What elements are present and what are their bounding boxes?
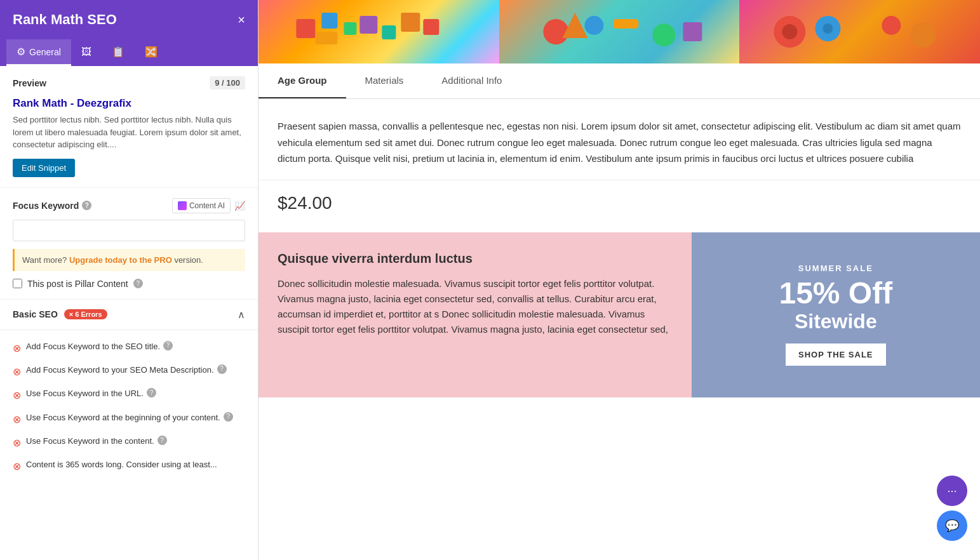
seo-error-item: ⊗ Use Focus Keyword at the beginning of … xyxy=(13,408,245,431)
error-text-2: Add Focus Keyword to your SEO Meta Descr… xyxy=(26,364,245,376)
svg-point-15 xyxy=(782,24,798,39)
menu-dots-icon: ··· xyxy=(947,484,957,498)
error-help-icon-5[interactable]: ? xyxy=(158,436,167,445)
svg-point-9 xyxy=(584,16,603,35)
seo-error-item: ⊗ Add Focus Keyword to the SEO title. ? xyxy=(13,337,245,360)
panel-tabs: ⚙ General 🖼 📋 🔀 xyxy=(0,39,258,66)
chart-icon[interactable]: 📈 xyxy=(234,201,245,211)
shop-sale-button[interactable]: SHOP THE SALE xyxy=(786,343,886,366)
svg-rect-1 xyxy=(321,13,337,29)
gear-icon: ⚙ xyxy=(17,46,25,58)
tab-age-group[interactable]: Age Group xyxy=(258,63,346,98)
svg-point-8 xyxy=(543,19,568,44)
close-button[interactable]: × xyxy=(238,13,245,26)
svg-rect-10 xyxy=(613,19,638,29)
focus-keyword-section: Focus Keyword ? Content AI 📈 Want more? xyxy=(0,188,258,300)
main-content: Age Group Materials Additional Info Prae… xyxy=(258,0,980,560)
panel-title: Rank Math SEO xyxy=(13,11,117,28)
preview-label: Preview xyxy=(13,78,46,88)
pillar-content-row: This post is Pillar Content ? xyxy=(13,279,245,289)
tab-schema[interactable]: 📋 xyxy=(102,39,135,66)
tab-general-label: General xyxy=(29,47,61,57)
tab-advanced[interactable]: 🔀 xyxy=(135,39,168,66)
error-text-5: Use Focus Keyword in the content. ? xyxy=(26,436,245,447)
seo-error-item: ⊗ Use Focus Keyword in the content. ? xyxy=(13,431,245,455)
keyword-input[interactable] xyxy=(13,220,245,241)
focus-keyword-label: Focus Keyword ? xyxy=(13,201,91,211)
svg-point-19 xyxy=(911,22,936,48)
seo-errors-list: ⊗ Add Focus Keyword to the SEO title. ? … xyxy=(0,330,258,485)
product-images xyxy=(258,0,980,63)
tab-additional-info[interactable]: Additional Info xyxy=(422,63,521,98)
floating-menu-button[interactable]: ··· xyxy=(937,476,967,506)
error-icon-2: ⊗ xyxy=(13,365,21,379)
tab-materials[interactable]: Materials xyxy=(346,63,423,98)
error-help-icon-3[interactable]: ? xyxy=(147,388,156,397)
error-text-4: Use Focus Keyword at the beginning of yo… xyxy=(26,412,245,423)
social-icon: 🖼 xyxy=(81,46,91,58)
seo-error-item: ⊗ Add Focus Keyword to your SEO Meta Des… xyxy=(13,360,245,383)
svg-point-11 xyxy=(652,23,675,46)
content-tabs: Age Group Materials Additional Info xyxy=(258,63,980,99)
svg-rect-6 xyxy=(401,13,420,32)
error-icon-5: ⊗ xyxy=(13,436,21,450)
floating-chat-button[interactable]: 💬 xyxy=(937,510,967,541)
error-badge: × 6 Errors xyxy=(64,309,107,319)
promo-pink-title: Quisque viverra interdum luctus xyxy=(278,251,673,266)
content-ai-button[interactable]: Content AI xyxy=(172,198,231,213)
svg-rect-4 xyxy=(359,16,377,34)
product-image-1[interactable] xyxy=(258,0,499,63)
basic-seo-title: Basic SEO × 6 Errors xyxy=(13,309,107,319)
content-area: Praesent sapien massa, convallis a pelle… xyxy=(258,99,980,560)
panel-body: Preview 9 / 100 Rank Math - Deezgrafix S… xyxy=(0,66,258,560)
preview-section: Preview 9 / 100 Rank Math - Deezgrafix S… xyxy=(0,66,258,188)
sale-label: SUMMER SALE xyxy=(798,263,873,273)
content-paragraph: Praesent sapien massa, convallis a pelle… xyxy=(278,118,961,167)
svg-point-17 xyxy=(823,23,833,34)
keyword-buttons: Content AI 📈 xyxy=(172,198,245,213)
preview-description: Sed porttitor lectus nibh. Sed porttitor… xyxy=(13,114,245,151)
error-icon-4: ⊗ xyxy=(13,413,21,427)
content-ai-icon xyxy=(178,201,187,210)
rank-math-panel: Rank Math SEO × ⚙ General 🖼 📋 🔀 xyxy=(0,0,258,560)
svg-rect-5 xyxy=(382,25,396,39)
sale-sitewide: Sitewide xyxy=(795,310,877,333)
edit-snippet-button[interactable]: Edit Snippet xyxy=(13,159,75,177)
pillar-content-checkbox[interactable] xyxy=(13,279,22,288)
product-image-2[interactable] xyxy=(499,0,740,63)
sale-amount: 15% Off xyxy=(779,277,892,310)
error-help-icon-4[interactable]: ? xyxy=(224,412,233,422)
collapse-icon: ∧ xyxy=(238,309,245,321)
pillar-help-icon[interactable]: ? xyxy=(133,279,143,288)
price-section: $24.00 xyxy=(258,180,980,232)
error-icon-3: ⊗ xyxy=(13,389,21,403)
product-price: $24.00 xyxy=(278,193,332,213)
promo-pink-section: Quisque viverra interdum luctus Donec so… xyxy=(258,232,692,397)
seo-error-item: ⊗ Content is 365 words long. Consider us… xyxy=(13,455,245,478)
error-icon-1: ⊗ xyxy=(13,342,21,356)
svg-rect-7 xyxy=(423,19,439,35)
focus-keyword-help-icon[interactable]: ? xyxy=(82,201,91,210)
tab-social[interactable]: 🖼 xyxy=(71,39,102,66)
pillar-content-label: This post is Pillar Content xyxy=(27,279,128,289)
seo-error-item: ⊗ Use Focus Keyword in the URL. ? xyxy=(13,383,245,407)
advanced-icon: 🔀 xyxy=(145,46,158,58)
error-text-1: Add Focus Keyword to the SEO title. ? xyxy=(26,341,245,352)
svg-rect-3 xyxy=(315,32,337,44)
preview-title[interactable]: Rank Math - Deezgrafix xyxy=(13,97,245,110)
error-icon-6: ⊗ xyxy=(13,460,21,474)
content-text-section: Praesent sapien massa, convallis a pelle… xyxy=(258,99,980,180)
seo-score-badge: 9 / 100 xyxy=(210,76,245,90)
error-help-icon-2[interactable]: ? xyxy=(217,364,227,374)
error-help-icon-1[interactable]: ? xyxy=(163,341,173,350)
upgrade-notice: Want more? Upgrade today to the PRO vers… xyxy=(13,249,245,271)
svg-point-18 xyxy=(882,16,901,35)
error-text-6: Content is 365 words long. Consider usin… xyxy=(26,459,245,470)
tab-general[interactable]: ⚙ General xyxy=(6,39,71,66)
upgrade-link[interactable]: Upgrade today to the PRO xyxy=(69,255,172,265)
promo-sale-section: SUMMER SALE 15% Off Sitewide SHOP THE SA… xyxy=(692,232,980,397)
bottom-content: Quisque viverra interdum luctus Donec so… xyxy=(258,232,980,397)
product-image-3[interactable] xyxy=(739,0,980,63)
basic-seo-header[interactable]: Basic SEO × 6 Errors ∧ xyxy=(0,300,258,330)
error-text-3: Use Focus Keyword in the URL. ? xyxy=(26,388,245,399)
